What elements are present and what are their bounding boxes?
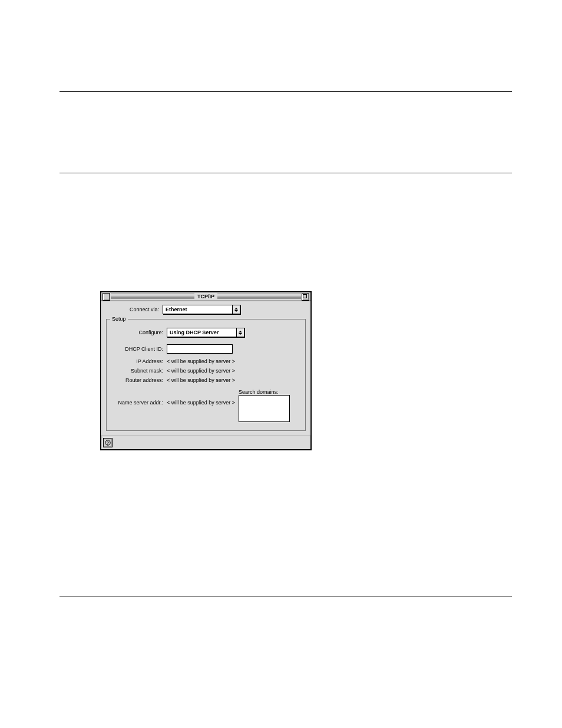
ip-address-label: IP Address:	[110, 358, 167, 364]
connect-via-label: Connect via:	[106, 307, 163, 312]
router-address-value: < will be supplied by server >	[167, 377, 235, 383]
close-box-icon[interactable]	[103, 293, 110, 301]
dhcp-client-id-input[interactable]	[167, 344, 233, 354]
router-address-label: Router address:	[110, 377, 167, 383]
svg-text:?: ?	[107, 441, 109, 445]
subnet-mask-label: Subnet mask:	[110, 368, 167, 374]
popup-arrow-icon	[236, 328, 244, 337]
search-domains-input[interactable]	[239, 395, 290, 422]
connect-via-value: Ethernet	[166, 307, 187, 312]
configure-value: Using DHCP Server	[170, 330, 219, 335]
configure-popup[interactable]: Using DHCP Server	[167, 328, 244, 337]
setup-group: Setup Configure: Using DHCP Server DHCP …	[106, 319, 306, 431]
horizontal-rule	[59, 597, 512, 597]
dhcp-client-id-label: DHCP Client ID:	[110, 346, 167, 352]
connect-via-popup[interactable]: Ethernet	[163, 305, 240, 314]
tcpip-control-panel: TCP/IP Connect via: Ethernet Setup Confi…	[100, 291, 312, 450]
setup-legend: Setup	[110, 316, 128, 322]
horizontal-rule	[59, 173, 512, 173]
window-title: TCP/IP	[194, 294, 217, 299]
name-server-addr-value: < will be supplied by server >	[167, 400, 235, 406]
ip-address-value: < will be supplied by server >	[167, 358, 235, 364]
zoom-box-icon[interactable]	[302, 293, 309, 301]
search-domains-label: Search domains:	[239, 389, 279, 395]
window-titlebar[interactable]: TCP/IP	[101, 292, 310, 301]
subnet-mask-value: < will be supplied by server >	[167, 368, 235, 374]
configure-label: Configure:	[110, 330, 167, 335]
name-server-addr-label: Name server addr.:	[110, 400, 167, 406]
help-button[interactable]: ?	[103, 438, 113, 447]
horizontal-rule	[59, 91, 512, 92]
window-footer: ?	[101, 436, 310, 449]
popup-arrow-icon	[232, 305, 240, 314]
help-icon: ?	[105, 440, 111, 446]
